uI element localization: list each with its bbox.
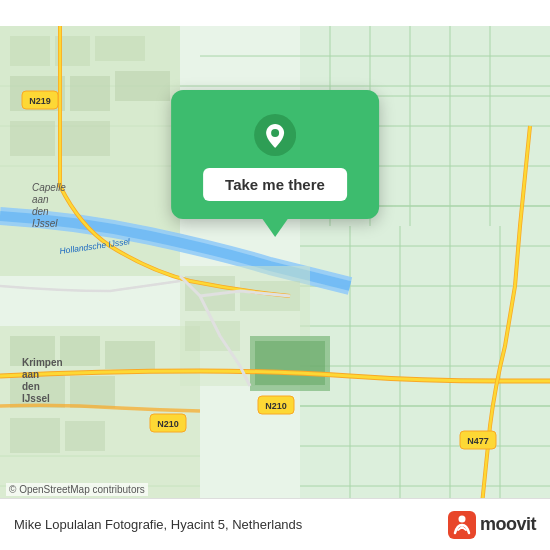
svg-rect-41 — [10, 418, 60, 453]
svg-rect-48 — [255, 341, 325, 385]
svg-rect-38 — [105, 341, 155, 369]
svg-text:den: den — [22, 381, 40, 392]
svg-text:N219: N219 — [29, 96, 51, 106]
svg-rect-33 — [10, 121, 55, 156]
svg-rect-29 — [95, 36, 145, 61]
svg-text:den: den — [32, 206, 49, 217]
map-container: N219 N210 N210 N477 Capelle aan den IJss… — [0, 0, 550, 550]
svg-rect-40 — [70, 376, 115, 408]
moovit-logo-icon — [448, 511, 476, 539]
svg-rect-31 — [70, 76, 110, 111]
svg-text:N477: N477 — [467, 436, 489, 446]
svg-rect-32 — [115, 71, 170, 101]
take-me-there-button[interactable]: Take me there — [203, 168, 347, 201]
moovit-logo-text: moovit — [480, 514, 536, 535]
location-label: Mike Lopulalan Fotografie, Hyacint 5, Ne… — [14, 517, 302, 532]
svg-text:Krimpen: Krimpen — [22, 357, 63, 368]
svg-point-71 — [458, 515, 465, 522]
svg-text:aan: aan — [32, 194, 49, 205]
svg-text:Capelle: Capelle — [32, 182, 66, 193]
svg-text:IJssel: IJssel — [22, 393, 50, 404]
svg-rect-45 — [240, 281, 300, 311]
moovit-logo: moovit — [448, 511, 536, 539]
svg-text:N210: N210 — [265, 401, 287, 411]
svg-text:aan: aan — [22, 369, 39, 380]
map-svg: N219 N210 N210 N477 Capelle aan den IJss… — [0, 0, 550, 550]
svg-text:IJssel: IJssel — [32, 218, 58, 229]
svg-rect-27 — [10, 36, 50, 66]
svg-text:N210: N210 — [157, 419, 179, 429]
location-pin-icon — [254, 114, 296, 156]
svg-rect-34 — [60, 121, 110, 156]
svg-rect-42 — [65, 421, 105, 451]
svg-rect-37 — [60, 336, 100, 366]
osm-attribution: © OpenStreetMap contributors — [6, 483, 148, 496]
bottom-bar: Mike Lopulalan Fotografie, Hyacint 5, Ne… — [0, 498, 550, 550]
svg-rect-46 — [185, 321, 240, 351]
popup: Take me there — [171, 90, 379, 219]
svg-point-69 — [271, 129, 279, 137]
